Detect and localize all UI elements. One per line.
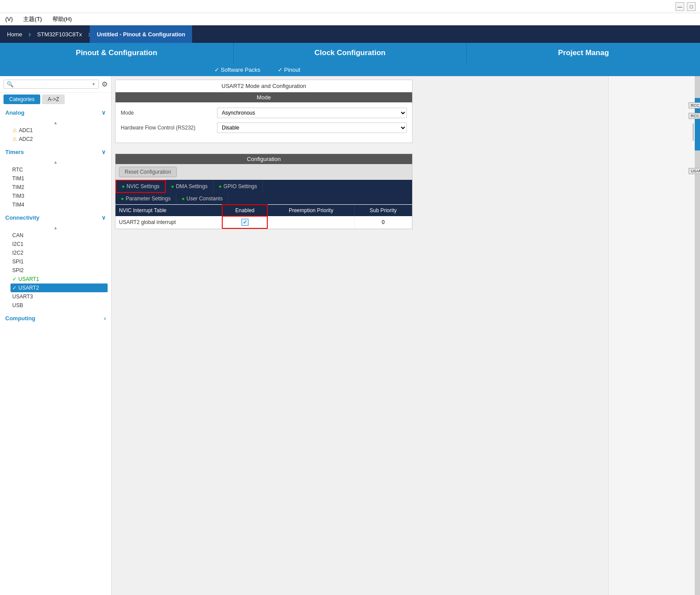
- sidebar-item-tim2[interactable]: TIM2: [10, 183, 108, 192]
- menu-theme[interactable]: 主题(T): [21, 14, 44, 24]
- sidebar-item-usart1[interactable]: ✓ USART1: [10, 275, 108, 284]
- timers-section: Timers ∨ ▲ RTC TIM1 TIM2 TIM3 TIM4: [0, 145, 111, 211]
- panel-title: USART2 Mode and Configuration: [116, 80, 412, 92]
- config-tabs-row2: ● Parameter Settings ● User Constants: [116, 193, 412, 204]
- tab-project[interactable]: Project Manag: [467, 43, 700, 63]
- chip-label-usart2-tx: USART2_TX: [689, 168, 700, 174]
- computing-chevron-icon: ›: [104, 315, 106, 322]
- sidebar-item-tim4[interactable]: TIM4: [10, 200, 108, 209]
- sidebar-item-spi1[interactable]: SPI1: [10, 257, 108, 266]
- sub-priority-cell: 0: [354, 216, 412, 228]
- sidebar-item-i2c1[interactable]: I2C1: [10, 240, 108, 248]
- connectivity-scroll-up[interactable]: ▲: [4, 224, 108, 231]
- sidebar-item-usart2[interactable]: ✓ USART2: [10, 284, 108, 292]
- breadcrumb-home[interactable]: Home: [0, 25, 29, 43]
- sidebar-item-can[interactable]: CAN: [10, 231, 108, 240]
- sidebar-tab-row: Categories A->Z: [0, 93, 111, 104]
- analog-chevron-icon: ∨: [102, 109, 106, 116]
- maximize-button[interactable]: □: [687, 2, 696, 11]
- breadcrumb-current[interactable]: Untitled - Pinout & Configuration: [90, 25, 192, 43]
- check-icon-usart2: ✓: [12, 285, 17, 291]
- title-bar-controls: — □: [676, 2, 696, 11]
- tab-dma-settings[interactable]: ● DMA Settings: [166, 180, 214, 193]
- analog-items: ⚠ ADC1 ⚠ ADC2: [4, 126, 108, 145]
- mode-section-header: Mode: [116, 92, 412, 102]
- tab-param-settings[interactable]: ● Parameter Settings: [116, 193, 176, 204]
- enabled-checkbox[interactable]: [242, 219, 248, 226]
- connectivity-section: Connectivity ∨ ▲ CAN I2C1 I2C2 SPI1 SPI2: [0, 211, 111, 312]
- user-check-icon: ●: [182, 196, 185, 202]
- gear-icon[interactable]: ⚙: [102, 80, 108, 88]
- sidebar-item-tim1[interactable]: TIM1: [10, 174, 108, 183]
- chip-label-rcc-osc-out: RCC_OSC_OUT: [689, 113, 700, 119]
- computing-section: Computing ›: [0, 312, 111, 325]
- col-nvic-interrupt: NVIC Interrupt Table: [116, 205, 222, 216]
- analog-section: Analog ∨ ▲ ⚠ ADC1 ⚠ ADC2: [0, 106, 111, 145]
- config-panel: Configuration Reset Configuration ● NVIC…: [115, 154, 413, 229]
- analog-header[interactable]: Analog ∨: [4, 106, 108, 119]
- sidebar-item-adc1[interactable]: ⚠ ADC1: [10, 126, 108, 135]
- tab-bar: Pinout & Configuration Clock Configurati…: [0, 43, 700, 63]
- tab-clock[interactable]: Clock Configuration: [234, 43, 467, 63]
- main-layout: 🔍 ▼ ⚙ Categories A->Z Analog ∨ ▲: [0, 76, 700, 595]
- tab-pinout[interactable]: Pinout & Configuration: [0, 43, 234, 63]
- content-area: USART2 Mode and Configuration Mode Mode …: [112, 76, 608, 595]
- sub-tab-software-packs[interactable]: ✓ Software Packs: [206, 63, 269, 76]
- breadcrumb: Home › STM32F103C8Tx › Untitled - Pinout…: [0, 25, 700, 43]
- config-tabs: ● NVIC Settings ● DMA Settings ● GPIO Se…: [116, 180, 412, 193]
- warn-icon-adc2: ⚠: [12, 136, 17, 142]
- mode-label: Mode: [121, 110, 217, 116]
- breadcrumb-device[interactable]: STM32F103C8Tx: [30, 25, 89, 43]
- sidebar-item-usb[interactable]: USB: [10, 301, 108, 310]
- computing-header[interactable]: Computing ›: [4, 312, 108, 325]
- tab-az[interactable]: A->Z: [42, 94, 65, 104]
- connectivity-header[interactable]: Connectivity ∨: [4, 211, 108, 224]
- reset-config-button[interactable]: Reset Configuration: [119, 167, 177, 177]
- timers-items: RTC TIM1 TIM2 TIM3 TIM4: [4, 165, 108, 211]
- timers-header[interactable]: Timers ∨: [4, 145, 108, 159]
- title-bar: — □: [0, 0, 700, 13]
- enabled-cell[interactable]: [222, 216, 267, 228]
- col-enabled: Enabled: [222, 205, 267, 216]
- search-wrapper[interactable]: 🔍 ▼: [4, 80, 99, 89]
- mode-select[interactable]: Asynchronous: [217, 108, 407, 118]
- timers-scroll-up[interactable]: ▲: [4, 159, 108, 165]
- dma-check-icon: ●: [171, 183, 174, 189]
- tab-nvic-settings[interactable]: ● NVIC Settings: [116, 180, 166, 193]
- tab-user-constants[interactable]: ● User Constants: [176, 193, 228, 204]
- sidebar: 🔍 ▼ ⚙ Categories A->Z Analog ∨ ▲: [0, 76, 112, 595]
- dropdown-arrow-icon[interactable]: ▼: [91, 82, 96, 87]
- hw-flow-select[interactable]: Disable: [217, 122, 407, 133]
- analog-scroll-up[interactable]: ▲: [4, 119, 108, 126]
- search-icon: 🔍: [7, 81, 14, 88]
- sidebar-item-usart3[interactable]: USART3: [10, 292, 108, 301]
- sidebar-item-i2c2[interactable]: I2C2: [10, 248, 108, 257]
- menu-help[interactable]: 帮助(H): [51, 14, 74, 24]
- connectivity-chevron-icon: ∨: [102, 214, 106, 221]
- connectivity-items: CAN I2C1 I2C2 SPI1 SPI2 ✓ USART1: [4, 231, 108, 312]
- sidebar-item-tim3[interactable]: TIM3: [10, 192, 108, 200]
- nvic-interrupt-table: NVIC Interrupt Table Enabled Preemption …: [116, 204, 412, 229]
- hw-flow-label: Hardware Flow Control (RS232): [121, 125, 217, 131]
- table-row: USART2 global interrupt 0: [116, 216, 412, 228]
- config-section-header: Configuration: [116, 154, 412, 164]
- hw-flow-form-row: Hardware Flow Control (RS232) Disable: [121, 122, 407, 133]
- chip-label-rcc-osc-in: RCC_OSC_IN: [689, 102, 700, 108]
- menu-view[interactable]: (V): [4, 15, 14, 23]
- tab-categories[interactable]: Categories: [4, 94, 40, 104]
- minimize-button[interactable]: —: [676, 2, 684, 11]
- tab-gpio-settings[interactable]: ● GPIO Settings: [214, 180, 263, 193]
- sidebar-item-adc2[interactable]: ⚠ ADC2: [10, 135, 108, 144]
- param-check-icon: ●: [121, 196, 124, 202]
- col-preemption-priority: Preemption Priority: [267, 205, 354, 216]
- col-sub-priority: Sub Priority: [354, 205, 412, 216]
- scroll-indicator[interactable]: [695, 76, 700, 595]
- search-input[interactable]: [14, 81, 91, 88]
- warn-icon-adc1: ⚠: [12, 127, 17, 133]
- config-toolbar: Reset Configuration: [116, 164, 412, 180]
- sidebar-item-spi2[interactable]: SPI2: [10, 266, 108, 275]
- mode-form-row: Mode Asynchronous: [121, 108, 407, 118]
- preemption-priority-cell: [267, 216, 354, 228]
- sub-tab-pinout[interactable]: ✓ Pinout: [269, 63, 309, 76]
- sidebar-item-rtc[interactable]: RTC: [10, 165, 108, 174]
